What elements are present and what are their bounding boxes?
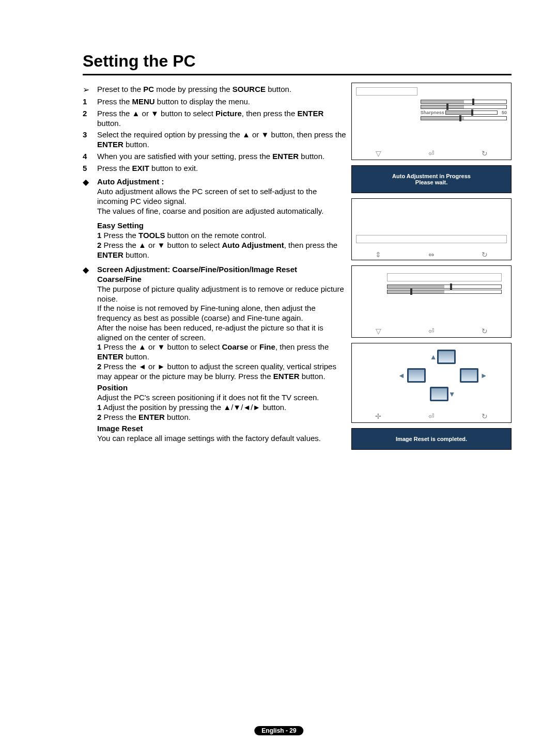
updown-icon: ⇕ [375, 250, 381, 259]
substep: 2 Press the ◄ or ► button to adjust the … [97, 362, 346, 382]
substep: 1 Adjust the position by pressing the ▲/… [97, 403, 346, 413]
diamond-icon: ◆ [83, 177, 93, 187]
step-text: When you are satisfied with your setting… [97, 152, 324, 162]
osd-blank-panel: ⇕ ⇔ ↻ [351, 198, 512, 260]
step-text: Press the EXIT button to exit. [97, 164, 198, 174]
move-cross-icon: ✢ [375, 412, 381, 420]
body-text: The purpose of picture quality adjustmen… [97, 285, 346, 304]
move-icon: ▽ [376, 327, 381, 335]
body-text: Adjust the PC's screen positioning if it… [97, 393, 346, 403]
sharpness-value: 50 [501, 110, 507, 115]
step-number: 5 [83, 164, 93, 174]
return-icon: ↻ [482, 327, 488, 335]
substep: 2 Press the ENTER button. [97, 413, 346, 422]
osd-position-panel: ▲ ◄ ► ▼ ✢ ⏎ ↻ [351, 343, 512, 423]
image-reset-heading: Image Reset [97, 424, 346, 434]
auto-adjustment-heading: Auto Adjustment : [97, 177, 346, 187]
diamond-icon: ◆ [83, 265, 93, 275]
osd-coarse-fine-panel: ▽ ⏎ ↻ [351, 265, 512, 338]
page-footer: English - 29 [254, 726, 303, 735]
body-text: The values of fine, coarse and position … [97, 207, 346, 216]
return-icon: ↻ [482, 412, 488, 420]
substep: 2 Press the ▲ or ▼ button to select Auto… [97, 241, 346, 260]
substep: 1 Press the ▲ or ▼ button to select Coar… [97, 342, 346, 362]
enter-icon: ⏎ [428, 327, 435, 335]
step-number: 3 [83, 130, 93, 140]
step-number: 4 [83, 152, 93, 162]
sharpness-label: Sharpness [421, 110, 442, 115]
osd-sharpness-panel: Sharpness 50 ▽ ⏎ ↻ [351, 83, 512, 160]
osd-auto-adjust-panel: Auto Adjustment in Progress Please wait. [351, 165, 512, 193]
step-text: Press the MENU button to display the men… [97, 97, 250, 107]
preset-line: Preset to the PC mode by pressing the SO… [97, 85, 291, 94]
body-text: After the noise has been reduced, re-adj… [97, 323, 346, 343]
screen-adjustment-heading: Screen Adjustment: Coarse/Fine/Position/… [97, 265, 346, 275]
up-icon: ▲ [430, 353, 437, 361]
substep: 1 Press the TOOLS button on the remote c… [97, 231, 346, 241]
step-text: Select the required option by pressing t… [97, 130, 346, 150]
step-text: Press the ▲ or ▼ button to select Pictur… [97, 109, 346, 129]
leftright-icon: ⇔ [428, 250, 435, 259]
down-icon: ▼ [448, 390, 456, 398]
body-text: You can replace all image settings with … [97, 434, 346, 444]
pointer-icon: ➢ [83, 85, 93, 95]
position-heading: Position [97, 383, 346, 393]
step-number: 1 [83, 97, 93, 107]
osd-column: Sharpness 50 ▽ ⏎ ↻ Auto Adjustment in Pr… [351, 83, 512, 450]
osd-image-reset-panel: Image Reset is completed. [351, 428, 512, 450]
body-text: If the noise is not removed by Fine-tuni… [97, 304, 346, 323]
title-rule [83, 74, 512, 75]
return-icon: ↻ [482, 149, 488, 158]
enter-icon: ⏎ [428, 412, 435, 420]
move-icon: ▽ [376, 149, 381, 158]
enter-icon: ⏎ [428, 149, 435, 158]
instruction-column: ➢ Preset to the PC mode by pressing the … [47, 83, 346, 450]
step-number: 2 [83, 109, 93, 119]
left-icon: ◄ [398, 371, 405, 380]
body-text: Auto adjustment allows the PC screen of … [97, 187, 346, 207]
coarse-fine-heading: Coarse/Fine [97, 275, 346, 285]
page-title: Setting the PC [83, 52, 512, 71]
easy-setting-heading: Easy Setting [97, 221, 346, 231]
return-icon: ↻ [482, 250, 488, 259]
right-icon: ► [481, 371, 488, 380]
